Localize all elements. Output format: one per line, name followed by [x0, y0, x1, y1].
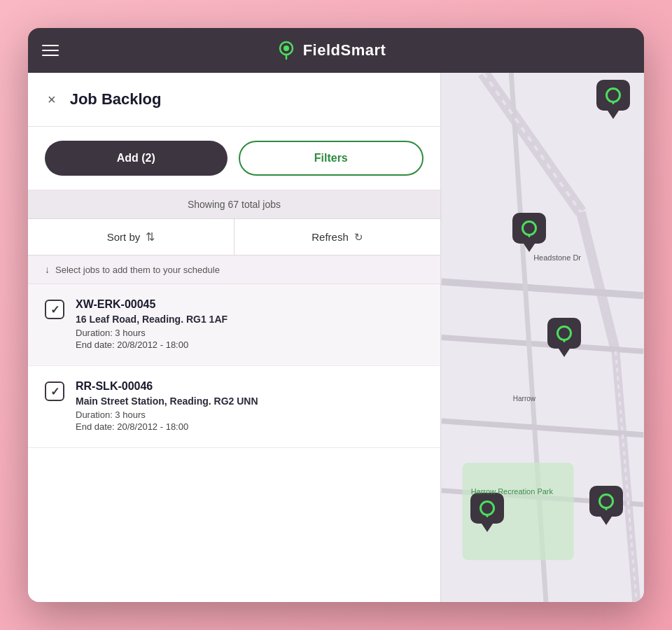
- sort-icon: ⇅: [146, 230, 155, 244]
- app-window: FieldSmart × Job Backlog Add (2) Filters…: [28, 28, 644, 602]
- showing-text: Showing 67 total jobs: [188, 199, 281, 210]
- add-button[interactable]: Add (2): [45, 141, 227, 176]
- map-label-headstone: Headstone Dr: [533, 253, 581, 262]
- sort-by-label: Sort by: [107, 231, 141, 243]
- svg-point-1: [284, 46, 289, 51]
- refresh-button[interactable]: Refresh ↻: [234, 219, 440, 255]
- main-content: × Job Backlog Add (2) Filters Showing 67…: [28, 73, 644, 602]
- sidebar-header: × Job Backlog: [28, 73, 440, 127]
- map-label-harrow: Harrow: [513, 395, 536, 402]
- job-id: XW-ERK-00045: [76, 298, 424, 311]
- job-details-2: RR-SLK-00046 Main Street Station, Readin…: [76, 380, 424, 433]
- close-button[interactable]: ×: [45, 90, 59, 109]
- checkmark-icon: ✓: [50, 385, 59, 398]
- job-duration: Duration: 3 hours: [76, 410, 424, 420]
- job-address: Main Street Station, Reading. RG2 UNN: [76, 396, 424, 407]
- job-address: 16 Leaf Road, Reading. RG1 1AF: [76, 314, 424, 325]
- logo-icon: [275, 39, 298, 62]
- job-duration: Duration: 3 hours: [76, 328, 424, 338]
- map-area: Headstone Dr Harrow Harrow Recreation Pa…: [441, 73, 644, 602]
- sidebar-actions: Add (2) Filters: [28, 127, 440, 190]
- select-hint: ↓ Select jobs to add them to your schedu…: [28, 255, 440, 284]
- sort-by-button[interactable]: Sort by ⇅: [28, 219, 234, 255]
- job-item: ✓ XW-ERK-00045 16 Leaf Road, Reading. RG…: [28, 284, 440, 366]
- map-pin-2[interactable]: [512, 213, 546, 252]
- showing-bar: Showing 67 total jobs: [28, 190, 440, 219]
- map-pin-5[interactable]: [589, 486, 623, 525]
- map-pin-3[interactable]: [547, 318, 581, 357]
- logo-text: FieldSmart: [303, 41, 386, 59]
- job-id: RR-SLK-00046: [76, 380, 424, 393]
- map-pin-4[interactable]: [470, 493, 504, 532]
- hint-text: Select jobs to add them to your schedule: [55, 265, 220, 275]
- map-label-park: Harrow Recreation Park: [471, 486, 553, 498]
- job-list: ✓ XW-ERK-00045 16 Leaf Road, Reading. RG…: [28, 284, 440, 602]
- refresh-label: Refresh: [312, 231, 349, 243]
- job-item: ✓ RR-SLK-00046 Main Street Station, Read…: [28, 366, 440, 448]
- filters-button[interactable]: Filters: [239, 141, 424, 176]
- refresh-icon: ↻: [354, 231, 363, 244]
- checkmark-icon: ✓: [50, 303, 59, 316]
- job-details-1: XW-ERK-00045 16 Leaf Road, Reading. RG1 …: [76, 298, 424, 351]
- sort-refresh-bar: Sort by ⇅ Refresh ↻: [28, 219, 440, 255]
- job-enddate: End date: 20/8/2012 - 18:00: [76, 340, 424, 350]
- app-logo: FieldSmart: [275, 39, 386, 62]
- hint-arrow-icon: ↓: [45, 264, 50, 275]
- job-checkbox-2[interactable]: ✓: [45, 382, 64, 401]
- sidebar-title: Job Backlog: [70, 90, 162, 108]
- map-pin-1[interactable]: [596, 80, 630, 119]
- sidebar-panel: × Job Backlog Add (2) Filters Showing 67…: [28, 73, 441, 602]
- job-enddate: End date: 20/8/2012 - 18:00: [76, 421, 424, 432]
- job-checkbox-1[interactable]: ✓: [45, 300, 64, 319]
- navbar: FieldSmart: [28, 28, 644, 73]
- hamburger-menu[interactable]: [42, 45, 59, 56]
